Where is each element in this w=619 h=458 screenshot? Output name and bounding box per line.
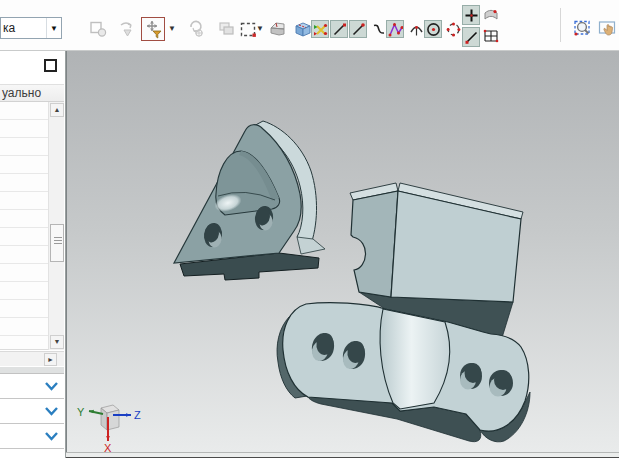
studio-spline-button[interactable]: [386, 20, 404, 38]
replace-arrows-icon: [118, 20, 136, 38]
marquee-select-dropdown-icon[interactable]: ▼: [255, 24, 265, 33]
part-eye-bracket[interactable]: [174, 121, 325, 280]
arc-point-button[interactable]: [407, 20, 425, 38]
slash-line-icon: [464, 30, 479, 45]
horizontal-scrollbar[interactable]: ►: [0, 351, 64, 366]
scroll-right-button[interactable]: ►: [44, 353, 57, 366]
tree-list[interactable]: [0, 102, 48, 350]
rotate-orient-icon: [187, 20, 205, 38]
slash-line-button[interactable]: [462, 27, 480, 47]
product-outline-icon: [89, 20, 107, 38]
line2-button[interactable]: [349, 20, 367, 38]
cad-application-window: ка ▼ ▼: [0, 0, 619, 458]
zoom-window-icon: [573, 19, 593, 39]
axis-z-label: Z: [134, 409, 141, 421]
replace-component-button[interactable]: [115, 17, 139, 41]
selection-filter-icon: [144, 20, 163, 39]
combo-value: ка: [1, 21, 46, 35]
orientation-triad[interactable]: Y Z X: [77, 405, 141, 452]
collapsed-section-3[interactable]: [0, 425, 64, 449]
model-scene: Y Z X: [67, 51, 619, 452]
plus-button[interactable]: [462, 5, 480, 25]
main-toolbar: ка ▼ ▼: [0, 0, 619, 51]
line-button[interactable]: [330, 20, 348, 38]
point-tool-icon: [313, 22, 328, 37]
chevron-down-icon[interactable]: [44, 381, 59, 392]
circle-button[interactable]: [424, 20, 442, 38]
collapsed-section-2[interactable]: [0, 400, 64, 424]
scrollbar-thumb[interactable]: [50, 224, 64, 262]
product-outline-button[interactable]: [86, 17, 110, 41]
axis-y-label: Y: [77, 406, 85, 418]
panel-divider: [0, 367, 64, 374]
point-tool-button[interactable]: [311, 20, 329, 38]
studio-spline-icon: [388, 22, 403, 37]
curl-face-icon: [483, 7, 499, 23]
scroll-down-button[interactable]: ▼: [50, 335, 64, 349]
toolbar-separator: [560, 8, 561, 42]
status-strip: [66, 452, 619, 458]
view-filter-combo[interactable]: ка ▼: [0, 17, 62, 39]
curl-face-button[interactable]: [482, 5, 500, 25]
curve-button[interactable]: [369, 20, 387, 38]
selection-filter-button[interactable]: [141, 17, 165, 41]
axis-x-label: X: [104, 442, 112, 452]
circle-center-icon: [426, 22, 441, 37]
chevron-down-icon[interactable]: [44, 406, 59, 417]
grid-button[interactable]: [482, 27, 500, 47]
plus-slash-stack: [462, 5, 480, 47]
arc-point-icon: [409, 22, 424, 37]
chevron-down-icon[interactable]: [44, 431, 59, 442]
selection-filter-dropdown-icon[interactable]: ▼: [167, 24, 177, 33]
vertical-scrollbar[interactable]: ▲ ▼: [48, 102, 64, 350]
panel-restore-button[interactable]: [44, 59, 57, 72]
navigator-panel: уально ▲ ▼ ►: [0, 51, 66, 458]
snapshot-icon: [218, 20, 236, 38]
zoom-window-button[interactable]: [571, 17, 595, 41]
line2-icon: [351, 22, 366, 37]
dashed-circle-icon: [446, 22, 461, 37]
grid-icon: [483, 29, 499, 45]
dashed-circle-button[interactable]: [444, 20, 462, 38]
face-grid-stack: [482, 5, 500, 47]
scroll-up-button[interactable]: ▲: [50, 103, 64, 117]
plus-icon: [464, 8, 479, 23]
combo-dropdown-icon[interactable]: ▼: [46, 18, 61, 38]
box-3d-icon: [293, 19, 313, 39]
block-3d-icon: [268, 19, 288, 39]
rotate-orient-button[interactable]: [184, 17, 208, 41]
graphics-viewport[interactable]: Y Z X: [66, 51, 619, 452]
plate-saddle: [380, 309, 450, 409]
line-icon: [332, 22, 347, 37]
pan-view-icon: [598, 19, 618, 39]
block-primitive-button[interactable]: [266, 17, 290, 41]
panel-header: уально: [0, 84, 64, 102]
pan-view-button[interactable]: [596, 17, 619, 41]
collapsed-section-1[interactable]: [0, 375, 64, 399]
curve-icon: [371, 22, 386, 37]
